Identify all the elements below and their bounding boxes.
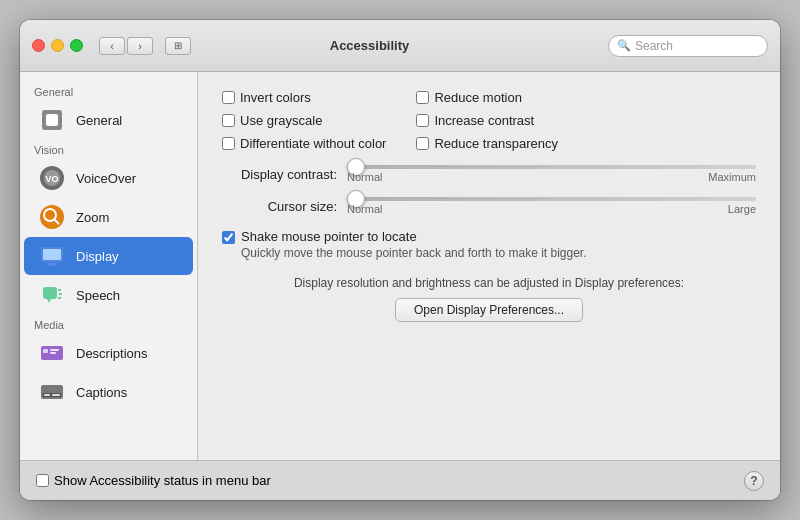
svg-rect-1 (46, 114, 58, 126)
sidebar-voiceover-label: VoiceOver (76, 171, 136, 186)
checkbox-invert[interactable]: Invert colors (222, 90, 386, 105)
general-icon (38, 106, 66, 134)
svg-rect-23 (44, 394, 50, 396)
shake-checkbox[interactable] (222, 231, 235, 244)
checkbox-invert-input[interactable] (222, 91, 235, 104)
sidebar-item-descriptions[interactable]: Descriptions (24, 334, 193, 372)
sidebar-item-general[interactable]: General (24, 101, 193, 139)
search-placeholder: Search (635, 39, 673, 53)
help-button[interactable]: ? (744, 471, 764, 491)
sidebar-item-display[interactable]: Display (24, 237, 193, 275)
checkbox-reduce-motion[interactable]: Reduce motion (416, 90, 558, 105)
display-contrast-container: Normal Maximum (347, 165, 756, 183)
zoom-icon (38, 203, 66, 231)
svg-text:VO: VO (45, 174, 58, 184)
search-box[interactable]: 🔍 Search (608, 35, 768, 57)
checkbox-differentiate-label: Differentiate without color (240, 136, 386, 151)
show-status-checkbox[interactable] (36, 474, 49, 487)
bottom-bar: Show Accessibility status in menu bar ? (20, 460, 780, 500)
cursor-size-slider[interactable] (347, 197, 756, 201)
checkbox-grayscale[interactable]: Use grayscale (222, 113, 386, 128)
titlebar: ‹ › ⊞ Accessibility 🔍 Search (20, 20, 780, 72)
main-panel: Invert colors Use grayscale Differentiat… (198, 72, 780, 460)
display-note: Display resolution and brightness can be… (222, 276, 756, 290)
sidebar-item-speech[interactable]: Speech (24, 276, 193, 314)
shake-text: Shake mouse pointer to locate Quickly mo… (241, 229, 587, 260)
display-contrast-row: Display contrast: Normal Maximum (222, 165, 756, 183)
checkbox-increase-contrast-label: Increase contrast (434, 113, 534, 128)
voiceover-icon: VO (38, 164, 66, 192)
sidebar-item-captions[interactable]: Captions (24, 373, 193, 411)
sidebar-speech-label: Speech (76, 288, 120, 303)
content-area: General General Vision VO (20, 72, 780, 460)
back-button[interactable]: ‹ (99, 37, 125, 55)
display-contrast-right: Maximum (708, 171, 756, 183)
svg-marker-13 (47, 299, 51, 303)
sidebar-section-general: General (20, 82, 197, 100)
svg-rect-24 (52, 394, 60, 396)
checkbox-group-right: Reduce motion Increase contrast Reduce t… (416, 90, 558, 151)
display-contrast-left: Normal (347, 171, 382, 183)
svg-rect-18 (43, 349, 48, 353)
cursor-size-section: Cursor size: Normal Large (222, 197, 756, 215)
sidebar-section-vision: Vision (20, 140, 197, 158)
checkbox-group-left: Invert colors Use grayscale Differentiat… (222, 90, 386, 151)
show-status-label: Show Accessibility status in menu bar (54, 473, 271, 488)
display-contrast-slider[interactable] (347, 165, 756, 169)
cursor-size-container: Normal Large (347, 197, 756, 215)
checkbox-reduce-transparency-label: Reduce transparency (434, 136, 558, 151)
sidebar-general-label: General (76, 113, 122, 128)
checkbox-rows: Invert colors Use grayscale Differentiat… (222, 90, 756, 151)
sidebar-captions-label: Captions (76, 385, 127, 400)
svg-rect-10 (48, 263, 56, 265)
sidebar-zoom-label: Zoom (76, 210, 109, 225)
checkbox-grayscale-label: Use grayscale (240, 113, 322, 128)
sidebar-display-label: Display (76, 249, 119, 264)
shake-label: Shake mouse pointer to locate (241, 229, 587, 244)
main-window: ‹ › ⊞ Accessibility 🔍 Search General Gen… (20, 20, 780, 500)
sidebar-item-voiceover[interactable]: VO VoiceOver (24, 159, 193, 197)
checkbox-differentiate[interactable]: Differentiate without color (222, 136, 386, 151)
close-button[interactable] (32, 39, 45, 52)
svg-rect-19 (50, 349, 59, 351)
maximize-button[interactable] (70, 39, 83, 52)
svg-rect-9 (43, 249, 61, 260)
shake-sublabel: Quickly move the mouse pointer back and … (241, 246, 587, 260)
svg-rect-12 (43, 287, 57, 299)
open-display-preferences-button[interactable]: Open Display Preferences... (395, 298, 583, 322)
display-contrast-section: Display contrast: Normal Maximum (222, 165, 756, 183)
checkbox-reduce-transparency[interactable]: Reduce transparency (416, 136, 558, 151)
display-icon (38, 242, 66, 270)
sidebar-section-media: Media (20, 315, 197, 333)
checkbox-invert-label: Invert colors (240, 90, 311, 105)
display-contrast-labels: Normal Maximum (347, 171, 756, 183)
checkbox-grayscale-input[interactable] (222, 114, 235, 127)
sidebar-descriptions-label: Descriptions (76, 346, 148, 361)
sidebar: General General Vision VO (20, 72, 198, 460)
sidebar-item-zoom[interactable]: Zoom (24, 198, 193, 236)
show-status-area: Show Accessibility status in menu bar (36, 473, 744, 488)
window-title: Accessibility (139, 38, 600, 53)
speech-icon (38, 281, 66, 309)
checkbox-increase-contrast-input[interactable] (416, 114, 429, 127)
captions-icon (38, 378, 66, 406)
shake-section: Shake mouse pointer to locate Quickly mo… (222, 229, 756, 260)
svg-rect-11 (46, 265, 58, 266)
checkbox-reduce-motion-label: Reduce motion (434, 90, 521, 105)
traffic-lights (32, 39, 83, 52)
cursor-size-row: Cursor size: Normal Large (222, 197, 756, 215)
display-contrast-label: Display contrast: (222, 167, 337, 182)
checkbox-increase-contrast[interactable]: Increase contrast (416, 113, 558, 128)
checkbox-differentiate-input[interactable] (222, 137, 235, 150)
cursor-size-label: Cursor size: (222, 199, 337, 214)
checkbox-reduce-transparency-input[interactable] (416, 137, 429, 150)
descriptions-icon (38, 339, 66, 367)
cursor-size-labels: Normal Large (347, 203, 756, 215)
cursor-size-left: Normal (347, 203, 382, 215)
checkbox-reduce-motion-input[interactable] (416, 91, 429, 104)
svg-rect-20 (50, 352, 56, 354)
minimize-button[interactable] (51, 39, 64, 52)
search-icon: 🔍 (617, 39, 631, 52)
cursor-size-right: Large (728, 203, 756, 215)
